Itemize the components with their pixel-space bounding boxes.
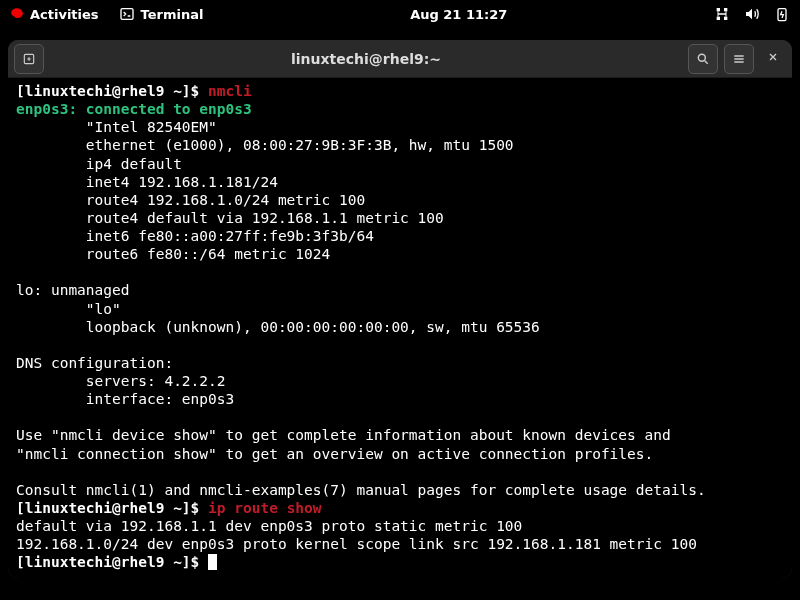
app-name: Terminal (141, 7, 204, 22)
network-icon (714, 6, 730, 22)
new-tab-icon (22, 52, 36, 66)
output-line: lo: unmanaged (16, 282, 130, 298)
terminal-app-icon (119, 6, 135, 22)
close-button[interactable] (760, 44, 786, 70)
output-line: servers: 4.2.2.2 (16, 373, 226, 389)
window-title: linuxtechi@rhel9:~ (44, 51, 688, 67)
svg-rect-4 (724, 17, 727, 20)
system-status-area[interactable] (714, 6, 790, 22)
output-line: ethernet (e1000), 08:00:27:9B:3F:3B, hw,… (16, 137, 514, 153)
activities-label: Activities (30, 7, 99, 22)
power-icon (774, 6, 790, 22)
svg-rect-2 (724, 8, 727, 11)
hamburger-icon (732, 52, 746, 66)
menu-button[interactable] (724, 44, 754, 74)
output-line: route6 fe80::/64 metric 1024 (16, 246, 330, 262)
output-line: "lo" (16, 301, 121, 317)
cursor (208, 554, 217, 570)
output-line: inet4 192.168.1.181/24 (16, 174, 278, 190)
app-indicator[interactable]: Terminal (119, 6, 204, 22)
command: ip route show (208, 500, 322, 516)
command: nmcli (208, 83, 252, 99)
new-tab-button[interactable] (14, 44, 44, 74)
output-line: inet6 fe80::a00:27ff:fe9b:3f3b/64 (16, 228, 374, 244)
output-line: interface: enp0s3 (16, 391, 234, 407)
svg-rect-0 (121, 9, 133, 20)
redhat-icon (10, 7, 24, 21)
search-button[interactable] (688, 44, 718, 74)
output-line: Use "nmcli device show" to get complete … (16, 427, 671, 443)
svg-rect-1 (717, 8, 720, 11)
volume-icon (744, 6, 760, 22)
gnome-topbar: Activities Terminal Aug 21 11:27 (0, 0, 800, 28)
prompt: [linuxtechi@rhel9 ~]$ (16, 500, 208, 516)
prompt: [linuxtechi@rhel9 ~]$ (16, 554, 208, 570)
output-line: enp0s3: connected to enp0s3 (16, 101, 252, 117)
output-line: route4 192.168.1.0/24 metric 100 (16, 192, 365, 208)
output-line: loopback (unknown), 00:00:00:00:00:00, s… (16, 319, 540, 335)
svg-point-7 (698, 54, 705, 61)
output-line: "nmcli connection show" to get an overvi… (16, 446, 653, 462)
terminal-window: linuxtechi@rhel9:~ [linuxtechi@rhel9 ~]$… (8, 40, 792, 578)
output-line: route4 default via 192.168.1.1 metric 10… (16, 210, 444, 226)
search-icon (696, 52, 710, 66)
output-line: 192.168.1.0/24 dev enp0s3 proto kernel s… (16, 536, 697, 552)
output-line: ip4 default (16, 156, 182, 172)
activities-button[interactable]: Activities (10, 7, 99, 22)
output-line: Consult nmcli(1) and nmcli-examples(7) m… (16, 482, 706, 498)
close-icon (767, 51, 779, 63)
svg-rect-3 (717, 17, 720, 20)
clock[interactable]: Aug 21 11:27 (203, 7, 714, 22)
output-line: default via 192.168.1.1 dev enp0s3 proto… (16, 518, 522, 534)
prompt: [linuxtechi@rhel9 ~]$ (16, 83, 208, 99)
titlebar: linuxtechi@rhel9:~ (8, 40, 792, 78)
output-line: "Intel 82540EM" (16, 119, 217, 135)
terminal-content[interactable]: [linuxtechi@rhel9 ~]$ nmcli enp0s3: conn… (8, 78, 792, 578)
output-line: DNS configuration: (16, 355, 173, 371)
